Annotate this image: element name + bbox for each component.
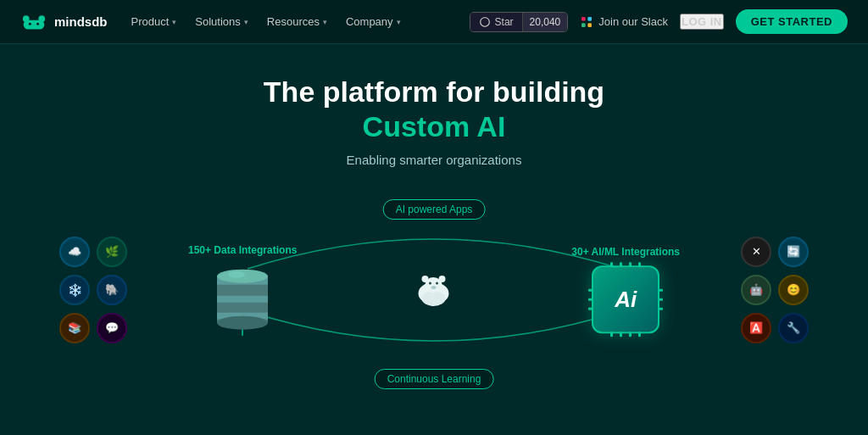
salesforce-icon: ☁️	[59, 237, 90, 267]
nav-left: mindsdb Product ▾ Solutions ▾ Resources …	[20, 14, 401, 31]
pin	[610, 332, 613, 337]
nav-solutions[interactable]: Solutions ▾	[195, 15, 248, 28]
svg-point-27	[436, 282, 438, 284]
pin	[638, 332, 641, 337]
svg-point-23	[422, 276, 429, 282]
nav-product[interactable]: Product ▾	[131, 15, 177, 28]
svg-rect-7	[581, 23, 586, 27]
chip-pins-bottom	[610, 332, 641, 337]
pin	[588, 289, 593, 292]
chip-pins-left	[588, 289, 593, 310]
chip-pins-top	[610, 262, 641, 267]
svg-rect-8	[588, 23, 593, 27]
chevron-down-icon: ▾	[172, 18, 176, 26]
huggingface-icon: 😊	[778, 275, 809, 305]
pin	[610, 262, 613, 267]
svg-point-17	[228, 271, 245, 278]
mongodb-icon: 🌿	[97, 237, 127, 267]
right-icons: ✕ 🔄 🤖 😊 🅰️ 🔧	[741, 237, 809, 343]
anthropic-icon: 🅰️	[741, 313, 771, 343]
pin	[638, 262, 641, 267]
svg-rect-2	[24, 20, 45, 29]
hero-section: The platform for building Custom AI Enab…	[0, 44, 868, 404]
postgres-icon: 🐘	[97, 275, 127, 305]
pin	[629, 262, 632, 267]
pin	[620, 262, 622, 267]
svg-rect-5	[581, 17, 586, 21]
flow-label-ai-apps: AI powered Apps	[383, 199, 486, 220]
chevron-down-icon: ▾	[397, 18, 401, 26]
pin	[658, 308, 663, 310]
tools-icon: 🔧	[778, 313, 809, 343]
snowflake-icon: ❄️	[59, 275, 90, 305]
diagram: AI powered Apps Continuous Learning ☁️ 🌿…	[53, 176, 815, 404]
star-inner[interactable]: Star	[470, 13, 522, 31]
nav-company[interactable]: Company ▾	[346, 15, 401, 28]
ai-text: Ai	[615, 287, 637, 313]
pin	[629, 332, 632, 337]
svg-point-21	[422, 291, 446, 306]
pin	[588, 308, 593, 310]
nav-right: Star 20,040 Join our Slack LOG IN GET ST…	[470, 9, 848, 34]
openai-icon: ✕	[741, 237, 771, 267]
svg-point-25	[431, 286, 437, 289]
left-icons: ☁️ 🌿 ❄️ 🐘 📚 💬	[59, 237, 127, 343]
logo-text: mindsdb	[54, 14, 108, 29]
hero-subtitle: Enabling smarter organizations	[347, 153, 522, 167]
star-label: Star	[495, 16, 514, 28]
chip-pins-right	[658, 289, 663, 310]
hero-title: The platform for building Custom AI	[264, 75, 604, 144]
get-started-button[interactable]: GET STARTED	[736, 9, 848, 34]
svg-point-3	[29, 22, 31, 25]
db-label: 150+ Data Integrations	[188, 243, 297, 257]
pin	[620, 332, 622, 337]
pin	[658, 289, 663, 292]
hero-title-accent: Custom AI	[264, 109, 604, 144]
svg-point-4	[36, 22, 39, 25]
login-button[interactable]: LOG IN	[680, 14, 724, 30]
logo[interactable]: mindsdb	[20, 14, 108, 31]
nav-resources[interactable]: Resources ▾	[267, 15, 327, 28]
chevron-down-icon: ▾	[244, 18, 248, 26]
pin	[658, 298, 663, 301]
slack-label: Join our Slack	[598, 15, 668, 28]
chatgpt-icon: 🤖	[741, 275, 771, 305]
pin	[588, 298, 593, 301]
github-star-button[interactable]: Star 20,040	[470, 12, 569, 32]
slack-integration-icon: 💬	[97, 313, 127, 343]
bear-center	[411, 273, 458, 307]
sync-icon: 🔄	[778, 237, 809, 267]
star-count: 20,040	[522, 13, 568, 31]
slack-button[interactable]: Join our Slack	[580, 15, 668, 29]
flow-label-continuous-learning: Continuous Learning	[375, 369, 494, 389]
svg-point-26	[429, 282, 431, 284]
svg-point-24	[439, 276, 446, 282]
ai-chip-container: 30+ AI/ML Integrations	[571, 246, 680, 334]
chevron-down-icon: ▾	[323, 18, 327, 26]
ai-chip: Ai	[592, 265, 659, 333]
svg-rect-6	[588, 17, 593, 21]
navbar: mindsdb Product ▾ Solutions ▾ Resources …	[0, 0, 868, 44]
nav-links: Product ▾ Solutions ▾ Resources ▾ Compan…	[131, 15, 401, 28]
svg-point-16	[217, 316, 268, 330]
layers-icon: 📚	[59, 313, 90, 343]
ai-chip-label: 30+ AI/ML Integrations	[571, 246, 680, 259]
database-container: 150+ Data Integrations	[188, 243, 297, 336]
svg-rect-13	[217, 296, 268, 303]
